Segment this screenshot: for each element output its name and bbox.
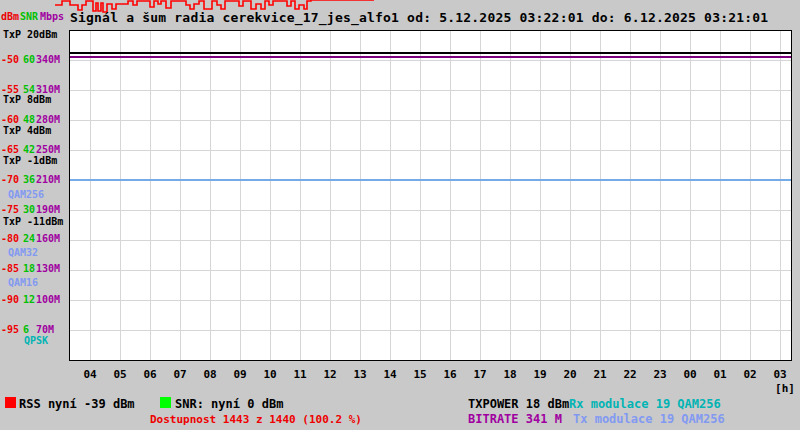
rss-legend-label: RSS nyní -39 dBm: [19, 398, 135, 410]
x-tick-hour: 09: [227, 369, 253, 380]
availability-label: Dostupnost 1443 z 1440 (100.2 %): [150, 414, 362, 426]
x-tick-hour: 02: [737, 369, 763, 380]
x-tick-hour: 21: [587, 369, 613, 380]
x-tick-hour: 10: [257, 369, 283, 380]
x-axis: 0405060708091011121314151617181920212223…: [0, 0, 800, 430]
x-tick-hour: 08: [197, 369, 223, 380]
x-tick-hour: 13: [347, 369, 373, 380]
x-tick-hour: 05: [107, 369, 133, 380]
x-tick-hour: 14: [377, 369, 403, 380]
x-tick-hour: 07: [167, 369, 193, 380]
x-tick-hour: 12: [317, 369, 343, 380]
x-tick-hour: 18: [497, 369, 523, 380]
x-tick-hour: 23: [647, 369, 673, 380]
tx-modulation-legend-label: Tx modulace 19 QAM256: [573, 413, 725, 425]
x-tick-hour: 01: [707, 369, 733, 380]
x-tick-hour: 03: [767, 369, 793, 380]
txpower-legend-label: TXPOWER 18 dBm: [468, 398, 569, 410]
x-tick-hour: 06: [137, 369, 163, 380]
x-tick-hour: 11: [287, 369, 313, 380]
snr-legend-label: SNR: nyní 0 dBm: [175, 398, 283, 410]
x-tick-hour: 17: [467, 369, 493, 380]
x-tick-hour: 22: [617, 369, 643, 380]
x-tick-hour: 04: [77, 369, 103, 380]
rx-modulation-legend-label: Rx modulace 19 QAM256: [569, 398, 721, 410]
x-tick-hour: 19: [527, 369, 553, 380]
x-tick-hour: 16: [437, 369, 463, 380]
monitoring-graph-screen: dBm SNR Mbps Signál a šum radia cerekvic…: [0, 0, 800, 430]
snr-legend-swatch: [160, 397, 171, 408]
bitrate-legend-label: BITRATE 341 M: [468, 413, 562, 425]
rss-legend-swatch: [5, 397, 16, 408]
x-tick-hour: 00: [677, 369, 703, 380]
x-tick-hour: 20: [557, 369, 583, 380]
x-axis-hour-unit: [h]: [772, 383, 798, 394]
x-tick-hour: 15: [407, 369, 433, 380]
